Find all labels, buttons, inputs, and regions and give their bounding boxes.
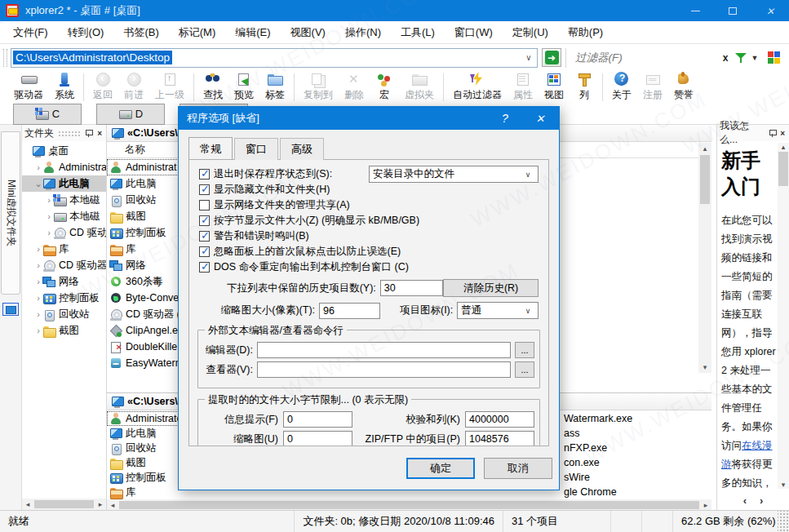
menu-item-1[interactable]: 文件(F) (3, 22, 58, 43)
browse-viewer-button[interactable]: ... (515, 361, 534, 378)
item-icons-select[interactable]: 普通 (457, 302, 539, 319)
scroll-left-icon[interactable]: ◂ (107, 501, 118, 509)
menu-item-4[interactable]: 标记(M) (169, 22, 226, 43)
help-back-button[interactable]: ‹ (743, 494, 747, 507)
cancel-button[interactable]: 取消 (484, 458, 552, 479)
file-list-item[interactable]: 控制面板 (107, 470, 182, 485)
tree-item[interactable]: ›截图 (22, 322, 106, 339)
tree-item[interactable]: ›本地磁 (22, 192, 106, 208)
file-list-item[interactable]: gle Chrome (561, 485, 632, 499)
menu-item-6[interactable]: 视图(V) (281, 22, 335, 43)
file-list-item[interactable]: 截图 (107, 455, 182, 470)
toolbar-button-copyto[interactable]: 复制到 (298, 71, 339, 103)
menu-item-9[interactable]: 窗口(W) (445, 22, 503, 43)
checkbox[interactable] (199, 215, 210, 226)
scrollbar-thumb[interactable] (700, 155, 710, 204)
toolbar-button-props[interactable]: 属性 (508, 71, 539, 103)
address-input[interactable]: C:\Users\Administrator\Desktop (11, 48, 538, 68)
file-list-item[interactable]: Administrato (107, 411, 182, 426)
file-list-item[interactable]: Watermark.exe (561, 411, 632, 426)
tree-item[interactable]: ›网络 (22, 273, 106, 290)
ok-button[interactable]: 确定 (406, 458, 475, 479)
checkbox[interactable] (199, 169, 210, 180)
scroll-left-icon[interactable]: ◂ (22, 500, 33, 508)
chevron-right-icon[interactable]: › (34, 277, 42, 286)
zipftp-limit-input[interactable]: 1048576 (465, 431, 534, 446)
file-list-item[interactable]: con.exe (561, 455, 632, 470)
file-list-item[interactable]: ass (561, 426, 632, 441)
chevron-right-icon[interactable]: › (34, 162, 42, 172)
color-grid-icon[interactable] (767, 51, 781, 64)
tree-item[interactable]: ›本地磁 (22, 208, 106, 224)
dialog-tab-2[interactable]: 窗口 (234, 138, 278, 160)
drive-button-d[interactable]: D (96, 104, 165, 125)
infotip-limit-input[interactable]: 0 (283, 411, 352, 428)
dialog-close-button[interactable] (521, 107, 559, 130)
checksum-limit-input[interactable]: 4000000 (465, 411, 534, 428)
scroll-right-icon[interactable]: ▸ (700, 501, 711, 509)
toolbar-button-register[interactable]: 注册 (637, 71, 668, 103)
thumbnail-limit-input[interactable]: 0 (283, 431, 352, 446)
close-icon[interactable]: × (780, 129, 785, 138)
checkbox[interactable] (199, 231, 210, 242)
menu-item-5[interactable]: 编辑(E) (225, 22, 280, 43)
pin-icon[interactable] (86, 129, 92, 137)
scroll-up-icon[interactable]: ▴ (778, 143, 789, 151)
bottom-pane-horizontal-scrollbar[interactable]: ◂ ▸ (107, 499, 711, 510)
toolbar-button-about[interactable]: 关于 (606, 71, 637, 103)
menu-item-7[interactable]: 操作(N) (335, 22, 391, 43)
toolbar-button-praise[interactable]: 赞誉 (668, 71, 699, 103)
toolbar-button-system[interactable]: 系统 (49, 71, 80, 103)
save-state-select[interactable]: 安装目录中的文件 (369, 166, 539, 183)
scroll-down-icon[interactable]: ▾ (778, 481, 789, 489)
scroll-right-icon[interactable]: ▸ (95, 500, 106, 508)
menu-item-10[interactable]: 定制(U) (503, 22, 558, 43)
file-list-item[interactable]: 库 (107, 485, 182, 499)
toolbar-button-search[interactable]: 查找 (197, 71, 228, 103)
toolbar-button-columns[interactable]: 列 (570, 71, 599, 103)
scroll-down-icon[interactable]: ▾ (698, 361, 711, 373)
file-list-item[interactable]: 回收站 (107, 441, 182, 455)
drive-button-c[interactable]: C (13, 104, 82, 125)
tree-item[interactable]: ›CD 驱动器 (22, 257, 106, 273)
scrollbar-thumb[interactable] (778, 152, 788, 186)
history-count-input[interactable]: 30 (380, 280, 443, 296)
toolbar-button-view[interactable]: 视图 (539, 71, 570, 103)
tree-item[interactable]: ⌄此电脑 (22, 175, 106, 192)
toolbar-button-tab[interactable]: 标签 (259, 71, 290, 103)
scroll-up-icon[interactable]: ▴ (698, 143, 711, 154)
thumbnail-size-input[interactable]: 96 (319, 303, 380, 319)
checkbox[interactable] (199, 184, 210, 195)
file-list-item[interactable]: nFXP.exe (561, 441, 632, 455)
top-pane-vertical-scrollbar[interactable]: ▴ ▾ (698, 143, 711, 373)
toolbar-button-back[interactable]: 返回 (87, 71, 118, 103)
funnel-dropdown-icon[interactable] (749, 54, 760, 62)
tree-item[interactable]: ›CD 驱动 (22, 224, 106, 241)
chevron-down-icon[interactable] (522, 53, 535, 62)
chevron-right-icon[interactable]: › (34, 293, 42, 303)
tree-item[interactable]: 桌面 (22, 143, 106, 159)
scrollbar-thumb[interactable] (119, 501, 699, 509)
checkbox[interactable] (199, 246, 210, 257)
scrollbar-thumb[interactable] (34, 500, 94, 508)
chevron-right-icon[interactable]: › (45, 211, 53, 221)
menu-item-11[interactable]: 帮助(P) (558, 22, 613, 43)
checkbox[interactable] (199, 262, 210, 273)
virtual-folder-panel-icon[interactable] (2, 303, 19, 316)
editor-path-input[interactable] (257, 342, 511, 358)
pin-icon[interactable] (769, 129, 776, 137)
tree-item[interactable]: ›回收站 (22, 306, 106, 322)
close-button[interactable] (751, 0, 789, 21)
chevron-right-icon[interactable]: › (34, 326, 42, 335)
tree-item[interactable]: ›控制面板 (22, 290, 106, 306)
toolbar-button-up[interactable]: 上一级 (149, 71, 190, 103)
filter-funnel-icon[interactable] (734, 51, 747, 64)
help-forward-button[interactable]: › (760, 494, 763, 507)
clear-history-button[interactable]: 清除历史(R) (443, 279, 539, 297)
browse-editor-button[interactable]: ... (515, 342, 534, 358)
toolbar-button-preview[interactable]: 预览 (228, 71, 259, 103)
viewer-path-input[interactable] (257, 361, 511, 378)
resize-grip[interactable] (778, 511, 789, 532)
help-vertical-scrollbar[interactable]: ▴ ▾ (778, 143, 789, 489)
panel-drag-handle[interactable] (58, 131, 82, 136)
